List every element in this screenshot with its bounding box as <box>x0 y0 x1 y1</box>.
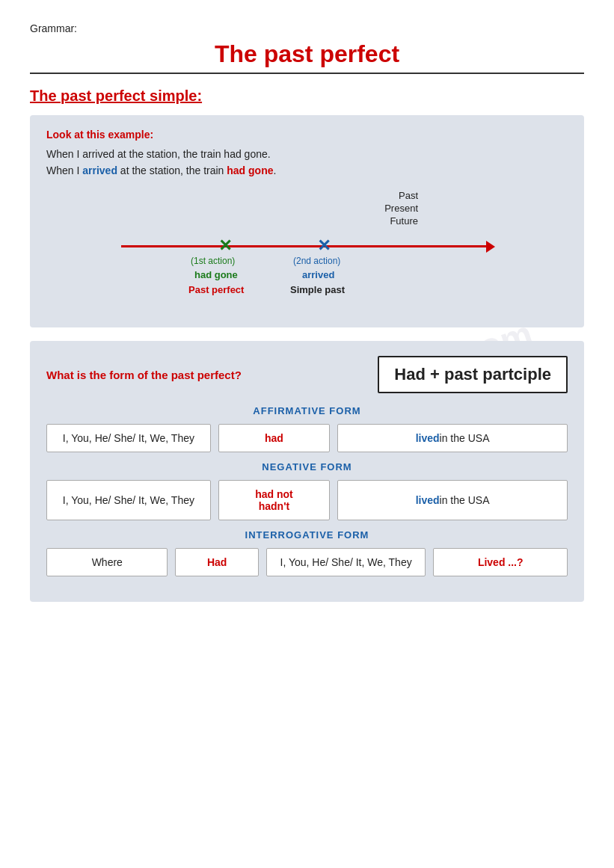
timeline-area: Past Present Future ✕ (1st action) had g… <box>46 190 568 310</box>
int-pronoun-cell: I, You, He/ She/ It, We, They <box>266 548 426 576</box>
present-label: Present <box>46 203 568 214</box>
int-had-cell: Had <box>175 548 258 576</box>
formula-box: Had + past partciple <box>378 356 568 393</box>
neg-lived: lived <box>416 494 440 506</box>
cross-blue: ✕ <box>317 236 331 256</box>
negative-label: NEGATIVE FORM <box>46 461 568 473</box>
aff-verb-cell: had <box>218 424 330 452</box>
past-label: Past <box>46 190 568 201</box>
main-title: The past perfect <box>30 40 584 68</box>
aff-subject-cell: I, You, He/ She/ It, We, They <box>46 424 211 452</box>
example-line1: When I arrived at the station, the train… <box>46 148 568 160</box>
aff-complement-cell: lived in the USA <box>337 424 568 452</box>
form-top-row: What is the form of the past perfect? Ha… <box>46 356 568 393</box>
arrived-label: arrived <box>302 269 334 280</box>
action1-label: (1st action) <box>191 256 235 266</box>
action2-label: (2nd action) <box>293 256 340 266</box>
int-lived-q-cell: Lived ...? <box>433 548 568 576</box>
timeline-arrow <box>486 241 495 253</box>
timeline-line <box>121 245 488 247</box>
example-box: Look at this example: When I arrived at … <box>30 115 584 327</box>
int-where-cell: Where <box>46 548 168 576</box>
example-line2: When I arrived at the station, the train… <box>46 164 568 176</box>
grammar-label: Grammar: <box>30 22 584 34</box>
neg-verb-cell: had not hadn't <box>218 480 330 520</box>
simple-past-label: Simple past <box>290 284 345 295</box>
affirmative-label: AFFIRMATIVE FORM <box>46 405 568 416</box>
title-divider <box>30 73 584 74</box>
had-gone-word: had gone <box>227 164 273 176</box>
neg-complement-text: in the USA <box>440 494 490 506</box>
int-lived-q: Lived ...? <box>478 556 524 568</box>
look-label: Look at this example: <box>46 129 568 141</box>
affirmative-row: I, You, He/ She/ It, We, They had lived … <box>46 424 568 452</box>
cross-green: ✕ <box>218 236 232 256</box>
arrived-word: arrived <box>82 164 117 176</box>
form-box: What is the form of the past perfect? Ha… <box>30 341 584 602</box>
neg-complement-cell: lived in the USA <box>337 480 568 520</box>
neg-subject-cell: I, You, He/ She/ It, We, They <box>46 480 211 520</box>
form-question: What is the form of the past perfect? <box>46 369 364 381</box>
negative-row: I, You, He/ She/ It, We, They had not ha… <box>46 480 568 520</box>
section1-title: The past perfect simple: <box>30 87 584 105</box>
future-label: Future <box>46 215 568 227</box>
interrogative-row: Where Had I, You, He/ She/ It, We, They … <box>46 548 568 576</box>
past-perfect-label: Past perfect <box>188 284 244 295</box>
had-gone-label: had gone <box>194 269 238 280</box>
aff-lived: lived <box>416 432 440 444</box>
aff-complement-text: in the USA <box>440 432 490 444</box>
interrogative-label: INTERROGATIVE FORM <box>46 529 568 541</box>
